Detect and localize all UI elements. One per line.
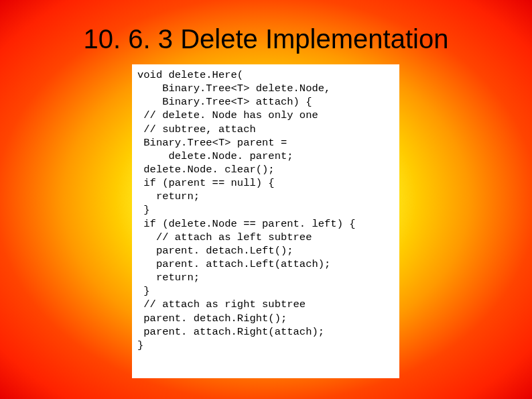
slide: 10. 6. 3 Delete Implementation void dele… bbox=[0, 0, 532, 399]
slide-title: 10. 6. 3 Delete Implementation bbox=[0, 24, 532, 54]
code-block: void delete.Here( Binary.Tree<T> delete.… bbox=[132, 64, 399, 378]
